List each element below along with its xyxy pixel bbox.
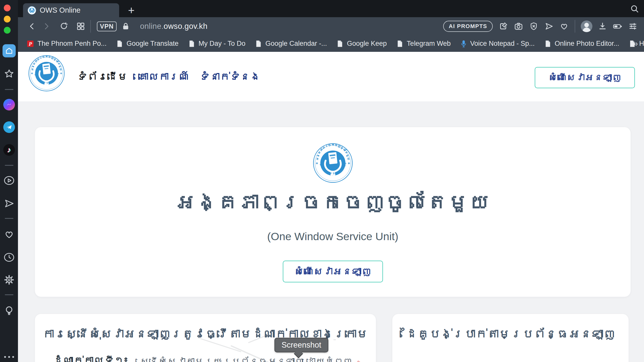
page-icon — [336, 40, 344, 48]
browser-window: ♪ — [0, 0, 644, 362]
tab-title: OWS Online — [40, 6, 80, 14]
tab-bar: អង្គភាពច្រកចេញចូលតែមួយ ❖ ❖ ONE WINDOW SE… — [18, 0, 644, 17]
home-icon — [6, 48, 12, 54]
hero-service-request-button[interactable]: សំណើសេវាអនឡាញ — [283, 261, 383, 282]
sidebar-more-button[interactable] — [4, 356, 14, 358]
browser-menu-button[interactable] — [626, 20, 640, 32]
hero-subtitle: (One Window Service Unit) — [35, 230, 631, 243]
bookmark-item[interactable]: Google Keep — [336, 40, 387, 48]
page-icon — [255, 40, 262, 48]
chevron-left-icon — [30, 24, 33, 29]
downloads-button[interactable] — [595, 20, 610, 32]
sidebar-divider — [5, 165, 13, 166]
svg-text:P: P — [29, 41, 32, 47]
logo-document — [42, 63, 51, 75]
bookmark-item[interactable]: Voice Notepad - Sp... — [460, 40, 535, 48]
online-service-request-button[interactable]: សំណើសេវាអនឡាញ — [535, 67, 635, 88]
shield-x-icon — [529, 22, 538, 31]
bookmark-item[interactable]: Google Translate — [116, 40, 179, 48]
battery-indicator[interactable] — [611, 20, 625, 32]
favorite-button[interactable] — [557, 20, 571, 32]
page-icon — [116, 40, 123, 48]
page-content: អង្គភាពច្រកចេញចូលតែមួយ ❖ ❖ ONE WINDOW SE… — [18, 52, 644, 362]
clock-icon — [4, 252, 15, 263]
vpn-badge[interactable]: VPN — [97, 21, 117, 31]
logo-ornament-left: ❖ — [28, 10, 29, 11]
site-logo[interactable]: អង្គភាពច្រកចេញចូលតែមួយ ❖ ❖ ONE WINDOW SE… — [28, 55, 65, 92]
forward-button[interactable] — [39, 20, 53, 32]
bookmark-item[interactable]: Google Calendar -... — [255, 40, 327, 48]
sidebar-telegram-button[interactable] — [3, 121, 15, 133]
bookmark-item[interactable]: P The Phnom Penh Po... — [27, 40, 106, 48]
logo-ornament-left: ❖ — [315, 162, 318, 165]
toolbar: VPN online.owso.gov.kh AI PROMPTS — [18, 17, 644, 35]
sidebar-favorites-button[interactable] — [4, 69, 14, 79]
payment-partners-card: ដៃគូបង់ប្រាក់តាមប្រព័ន្ធអនឡាញ — [392, 314, 629, 362]
share-button[interactable] — [542, 20, 556, 32]
browser-chrome: អង្គភាពច្រកចេញចូលតែមួយ ❖ ❖ ONE WINDOW SE… — [18, 0, 644, 52]
tooltip-label: Screenshot — [274, 338, 328, 352]
hero-title: អង្គភាពច្រកចេញចូលតែមួយ — [35, 190, 631, 214]
heart-icon — [4, 229, 14, 240]
page-icon — [396, 40, 403, 48]
reload-button[interactable] — [57, 20, 71, 32]
nav-contact[interactable]: ទំនាក់ទំនង — [200, 71, 260, 82]
telegram-icon — [6, 124, 13, 131]
sidebar-divider — [5, 89, 13, 90]
logo-ornament-left: ❖ — [31, 72, 33, 75]
ai-prompts-button[interactable]: AI PROMPTS — [443, 21, 493, 32]
sidebar-divider — [5, 295, 13, 295]
url-domain: owso.gov.kh — [164, 22, 207, 31]
phnom-penh-post-icon: P — [27, 40, 34, 48]
tab-search-button[interactable] — [630, 4, 639, 14]
new-tab-button[interactable]: + — [123, 3, 139, 17]
address-bar[interactable]: online.owso.gov.kh — [140, 22, 207, 31]
sidebar-tiktok-button[interactable]: ♪ — [3, 144, 15, 156]
tiktok-icon: ♪ — [7, 146, 11, 154]
sidebar-history-button[interactable] — [4, 252, 15, 263]
site-nav: ទំព័រដើម គោលការណ៍ ទំនាក់ទំនង — [77, 52, 260, 101]
star-icon — [5, 70, 13, 77]
toolbar-divider — [90, 20, 91, 33]
sidebar-send-button[interactable] — [4, 198, 14, 209]
search-icon — [630, 4, 639, 14]
logo-document — [31, 8, 33, 10]
sidebar-ideas-button[interactable] — [4, 305, 14, 316]
minimize-window-button[interactable] — [4, 16, 11, 22]
bookmark-pin-button[interactable] — [496, 20, 510, 32]
bookmark-item[interactable]: Telegram Web — [396, 40, 451, 48]
sidebar-video-button[interactable] — [4, 175, 15, 186]
hero-card: អង្គភាពច្រកចេញចូលតែមួយ ❖ ❖ ONE WINDOW SE… — [35, 127, 631, 297]
profile-avatar[interactable] — [581, 20, 592, 32]
bookmark-item[interactable]: Online Photo Editor... — [544, 40, 619, 48]
back-button[interactable] — [25, 20, 39, 32]
screenshot-button[interactable] — [511, 20, 526, 32]
camera-icon — [514, 22, 523, 31]
owso-logo: អង្គភាពច្រកចេញចូលតែមួយ ❖ ❖ ONE WINDOW SE… — [28, 55, 65, 92]
pin-edit-icon — [499, 22, 508, 31]
sidebar-likes-button[interactable] — [4, 229, 14, 240]
adblock-button[interactable] — [527, 20, 541, 32]
stage-1-text: ស្នើសុំសេវាតាមរយៈប្រព័ន្ធអនឡាញ ដោយបំពេញព… — [140, 355, 364, 362]
tab-ows-online[interactable]: អង្គភាពច្រកចេញចូលតែមួយ ❖ ❖ ONE WINDOW SE… — [23, 3, 119, 17]
nav-policy[interactable]: គោលការណ៍ — [138, 71, 189, 82]
heart-icon — [560, 22, 569, 31]
browser-sidebar: ♪ — [0, 0, 18, 362]
close-window-button[interactable] — [4, 5, 11, 11]
tableau-button[interactable] — [74, 20, 88, 32]
bookmarks-overflow-button[interactable]: » — [633, 38, 638, 48]
sidebar-home-button[interactable] — [3, 44, 16, 57]
owso-logo: អង្គភាពច្រកចេញចូលតែមួយ ❖ ❖ ONE WINDOW SE… — [28, 6, 36, 15]
site-security-button[interactable] — [119, 20, 133, 32]
maximize-window-button[interactable] — [4, 27, 11, 34]
sidebar-settings-button[interactable] — [4, 275, 14, 285]
bookmark-item[interactable]: My Day - To Do — [188, 40, 246, 48]
play-circle-icon — [4, 175, 15, 186]
sidebar-messenger-button[interactable] — [3, 99, 15, 110]
download-icon — [598, 22, 607, 31]
stage-1-row: ដំណាក់កាលទី១៖ ស្នើសុំសេវាតាមរយៈប្រព័ន្ធអ… — [53, 355, 364, 362]
page-icon — [188, 40, 195, 48]
tab-favicon: អង្គភាពច្រកចេញចូលតែមួយ ❖ ❖ ONE WINDOW SE… — [28, 6, 36, 15]
logo-ornament-right: ❖ — [60, 72, 62, 75]
nav-home[interactable]: ទំព័រដើម — [77, 71, 128, 82]
